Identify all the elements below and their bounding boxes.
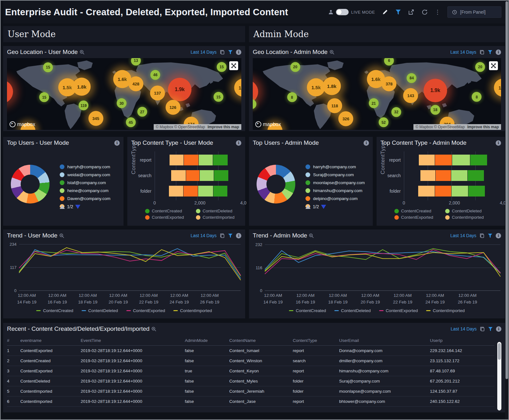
zoom-in-icon[interactable] — [151, 327, 156, 331]
refresh-icon[interactable] — [421, 9, 428, 15]
pager-down-icon[interactable] — [321, 205, 326, 209]
map-cluster-bubble[interactable]: 345 — [88, 111, 103, 126]
trend-line-contentcreated[interactable] — [265, 249, 500, 273]
bar-segment-contentcreated[interactable] — [470, 155, 487, 165]
zoom-in-icon[interactable] — [59, 233, 64, 238]
info-icon[interactable]: i — [496, 233, 501, 238]
table-scrollbar-thumb[interactable] — [498, 343, 501, 360]
copy-icon[interactable] — [479, 233, 485, 238]
time-range-link[interactable]: Last 14 Days — [191, 233, 217, 238]
map-cluster-bubble[interactable]: 378 — [382, 76, 397, 91]
map-attribution[interactable]: © Mapbox © OpenStreetMapImprove this map — [154, 124, 241, 130]
bar-segment-contentcreated[interactable] — [468, 170, 484, 181]
map-cluster-bubble[interactable]: 84 — [407, 73, 417, 83]
bar-segment-contentdeleted[interactable] — [451, 170, 468, 181]
bar-segment-contentimported[interactable] — [420, 170, 436, 181]
geo-map-admin[interactable]: 62020841.6k3781.5k1.8k1.9k14388211181832… — [253, 58, 501, 130]
filter-icon[interactable] — [228, 233, 233, 238]
bar-segment-contentimported[interactable] — [419, 155, 435, 165]
map-cluster-bubble[interactable]: 27 — [137, 107, 147, 117]
zoom-in-icon[interactable] — [330, 50, 334, 55]
info-icon[interactable]: i — [496, 326, 501, 332]
info-icon[interactable]: i — [114, 140, 120, 146]
more-options-icon[interactable]: ⋮ — [435, 10, 440, 14]
pager-up-icon[interactable] — [305, 205, 311, 209]
zoom-in-icon[interactable] — [80, 50, 84, 55]
table-row[interactable]: 3ContentExported2019-02-28T18:19:12.644+… — [7, 366, 494, 376]
map-cluster-bubble[interactable]: 1.8k — [73, 78, 91, 96]
filter-icon[interactable] — [488, 327, 493, 331]
stacked-bar-chart[interactable]: reportsearchfolder — [404, 155, 499, 197]
map-cluster-bubble[interactable]: 45 — [126, 117, 136, 127]
time-range-input[interactable]: [From Panel] — [447, 6, 501, 18]
time-range-link[interactable]: Last 14 Days — [451, 326, 477, 331]
page-scrollbar[interactable] — [505, 1, 508, 419]
bar-segment-contentdeleted[interactable] — [198, 186, 213, 197]
map-cluster-bubble[interactable]: 143 — [403, 88, 418, 103]
bar-segment-contentcreated[interactable] — [213, 155, 228, 165]
table-row[interactable]: 5ContentImported2019-02-28T18:19:12.644+… — [7, 386, 494, 397]
bar-segment-contentexported[interactable] — [435, 186, 452, 197]
map-cluster-bubble[interactable]: 1.8k — [323, 77, 341, 95]
info-icon[interactable]: i — [236, 50, 241, 55]
pager-down-icon[interactable] — [75, 205, 80, 209]
filter-icon[interactable] — [488, 50, 492, 55]
map-cluster-bubble[interactable]: 18 — [430, 105, 440, 115]
mapbox-logo[interactable]: mapbox — [255, 121, 281, 127]
map-cluster-bubble[interactable]: 15 — [43, 62, 53, 72]
bar-segment-contentimported[interactable] — [171, 170, 186, 181]
info-icon[interactable]: i — [364, 140, 369, 146]
map-cluster-bubble[interactable]: 126 — [165, 100, 180, 115]
table-row[interactable]: 2ContentCreated2019-02-28T18:19:12.644+0… — [7, 356, 494, 366]
page-scrollbar-thumb[interactable] — [506, 1, 508, 379]
map-cluster-bubble[interactable]: 32 — [391, 107, 401, 117]
bar-segment-contentimported[interactable] — [170, 155, 184, 165]
live-mode-toggle[interactable] — [336, 9, 349, 15]
map-cluster-bubble[interactable]: 20 — [475, 62, 485, 72]
edit-pencil-icon[interactable] — [382, 9, 388, 15]
info-icon[interactable]: i — [496, 50, 501, 55]
filter-icon[interactable] — [395, 9, 401, 15]
copy-icon[interactable] — [220, 50, 225, 55]
map-cluster-bubble[interactable]: 428 — [128, 76, 143, 91]
bar-segment-contentimported[interactable] — [169, 186, 184, 197]
map-cluster-bubble[interactable]: 1.5k — [307, 78, 325, 96]
copy-icon[interactable] — [480, 326, 485, 331]
trend-line-contentexported[interactable] — [19, 250, 241, 275]
map-cluster-bubble[interactable]: 30 — [117, 98, 126, 108]
bar-segment-contentdeleted[interactable] — [452, 186, 468, 197]
filter-icon[interactable] — [488, 233, 492, 238]
trend-line-contentimported[interactable] — [265, 252, 500, 277]
line-chart[interactable]: 2341170 — [19, 243, 241, 290]
map-cluster-bubble[interactable]: 52 — [379, 117, 389, 127]
time-range-link[interactable]: Last 14 Days — [450, 233, 476, 238]
copy-icon[interactable] — [479, 50, 485, 55]
map-cluster-bubble[interactable]: 326 — [338, 111, 353, 126]
map-cluster-bubble[interactable]: 8 — [472, 92, 482, 102]
map-cluster-bubble[interactable]: 15 — [39, 92, 49, 102]
trend-line-contentdeleted[interactable] — [265, 250, 500, 272]
table-scrollbar[interactable] — [497, 342, 501, 410]
map-cluster-bubble[interactable]: 15 — [217, 62, 227, 72]
map-cluster-bubble[interactable]: 20 — [290, 62, 300, 72]
bar-segment-contentexported[interactable] — [186, 170, 200, 181]
bar-segment-contentcreated[interactable] — [214, 170, 228, 181]
bar-segment-contentcreated[interactable] — [468, 186, 485, 197]
table-row[interactable]: 4ContentDeleted2019-02-28T18:19:12.644+0… — [7, 376, 494, 386]
copy-icon[interactable] — [220, 233, 225, 238]
bar-segment-contentdeleted[interactable] — [199, 155, 213, 165]
map-cluster-bubble[interactable]: 118 — [327, 98, 342, 113]
trend-line-contentdeleted[interactable] — [19, 249, 241, 278]
bar-segment-contentexported[interactable] — [436, 170, 451, 181]
time-range-link[interactable]: Last 14 Days — [191, 50, 217, 55]
bar-segment-contentexported[interactable] — [435, 155, 452, 165]
map-attribution[interactable]: © Mapbox © OpenStreetMapImprove this map — [413, 124, 501, 130]
time-range-link[interactable]: Last 14 Days — [450, 50, 476, 55]
bar-segment-contentexported[interactable] — [184, 186, 198, 197]
info-icon[interactable]: i — [236, 233, 241, 238]
pager-up-icon[interactable] — [60, 205, 65, 209]
bar-segment-contentdeleted[interactable] — [200, 170, 214, 181]
map-cluster-bubble[interactable]: 21 — [369, 98, 378, 108]
map-cluster-bubble[interactable]: 1.9k — [424, 79, 447, 102]
map-cluster-bubble[interactable]: 15 — [213, 92, 223, 102]
